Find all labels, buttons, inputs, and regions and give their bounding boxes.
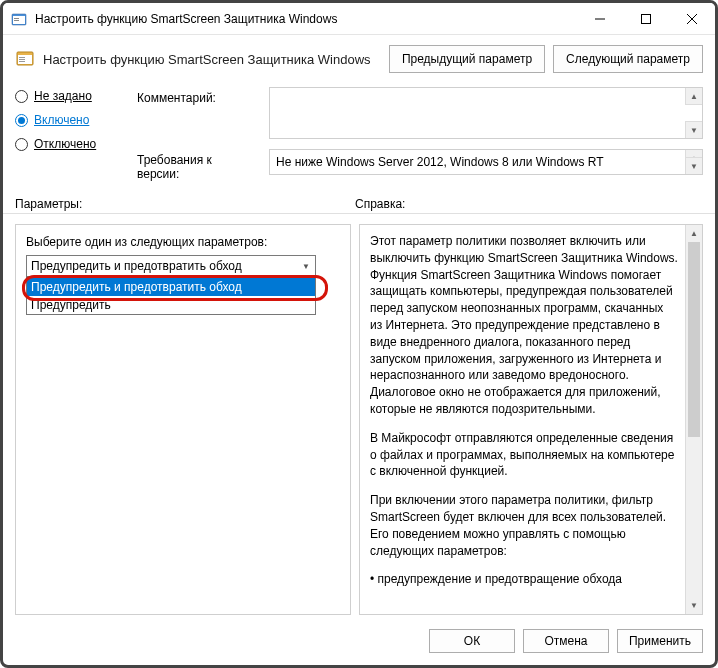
dialog-window: Настроить функцию SmartScreen Защитника … xyxy=(0,0,718,668)
scroll-up-icon[interactable]: ▲ xyxy=(686,225,702,242)
apply-button[interactable]: Применить xyxy=(617,629,703,653)
svg-rect-11 xyxy=(19,59,25,60)
titlebar: Настроить функцию SmartScreen Защитника … xyxy=(3,3,715,35)
scroll-up-icon[interactable]: ▲ xyxy=(685,88,702,105)
state-radio-group: Не задано Включено Отключено xyxy=(15,87,125,181)
options-section-label: Параметры: xyxy=(15,197,355,211)
minimize-button[interactable] xyxy=(577,3,623,35)
chevron-down-icon: ▼ xyxy=(297,256,315,276)
scroll-down-icon[interactable]: ▼ xyxy=(685,157,702,174)
svg-rect-2 xyxy=(14,18,19,19)
header-title: Настроить функцию SmartScreen Защитника … xyxy=(43,52,371,67)
help-paragraph: В Майкрософт отправляются определенные с… xyxy=(370,430,678,480)
combobox-dropdown: Предупредить и предотвратить обход Преду… xyxy=(26,277,316,315)
header-row: Настроить функцию SmartScreen Защитника … xyxy=(3,35,715,83)
next-setting-button[interactable]: Следующий параметр xyxy=(553,45,703,73)
dialog-buttons: ОК Отмена Применить xyxy=(3,621,715,665)
dropdown-item-warn[interactable]: Предупредить xyxy=(27,296,315,314)
requirements-label: Требования к версии: xyxy=(137,149,257,181)
section-labels: Параметры: Справка: xyxy=(3,189,715,214)
ok-button[interactable]: ОК xyxy=(429,629,515,653)
svg-rect-5 xyxy=(642,14,651,23)
radio-not-configured[interactable]: Не задано xyxy=(15,89,125,103)
cancel-button[interactable]: Отмена xyxy=(523,629,609,653)
window-title: Настроить функцию SmartScreen Защитника … xyxy=(35,12,337,26)
options-combobox[interactable]: Предупредить и предотвратить обход ▼ Пре… xyxy=(26,255,316,277)
requirements-row: Требования к версии: Не ниже Windows Ser… xyxy=(137,149,703,181)
help-paragraph: При включении этого параметра политики, … xyxy=(370,492,678,559)
maximize-button[interactable] xyxy=(623,3,669,35)
options-pane: Выберите один из следующих параметров: П… xyxy=(15,224,351,615)
dropdown-item-warn-prevent[interactable]: Предупредить и предотвратить обход xyxy=(27,278,315,296)
radio-label: Не задано xyxy=(34,89,92,103)
radio-label: Включено xyxy=(34,113,89,127)
comment-row: Комментарий: ▲ ▼ xyxy=(137,87,703,139)
radio-disabled[interactable]: Отключено xyxy=(15,137,125,151)
requirements-value: Не ниже Windows Server 2012, Windows 8 и… xyxy=(276,155,604,169)
close-button[interactable] xyxy=(669,3,715,35)
window-controls xyxy=(577,3,715,35)
previous-setting-button[interactable]: Предыдущий параметр xyxy=(389,45,545,73)
help-section-label: Справка: xyxy=(355,197,703,211)
svg-rect-12 xyxy=(19,61,25,62)
combobox-value: Предупредить и предотвратить обход xyxy=(27,259,297,273)
options-prompt: Выберите один из следующих параметров: xyxy=(26,235,340,249)
scroll-down-icon[interactable]: ▼ xyxy=(685,121,702,138)
svg-rect-3 xyxy=(14,20,19,21)
config-top: Не задано Включено Отключено Комментарий… xyxy=(3,83,715,189)
fields-column: Комментарий: ▲ ▼ Требования к версии: Не… xyxy=(137,87,703,181)
comment-label: Комментарий: xyxy=(137,87,257,105)
policy-icon xyxy=(15,49,35,69)
help-paragraph: Этот параметр политики позволяет включит… xyxy=(370,233,678,418)
help-scrollbar[interactable]: ▲ ▼ xyxy=(685,225,702,614)
scrollbar-thumb[interactable] xyxy=(688,242,700,437)
help-paragraph: • предупреждение и предотвращение обхода xyxy=(370,571,678,588)
radio-label: Отключено xyxy=(34,137,96,151)
scrollbar-track[interactable] xyxy=(686,242,702,597)
app-icon xyxy=(11,11,27,27)
panes: Выберите один из следующих параметров: П… xyxy=(3,214,715,621)
help-text: Этот параметр политики позволяет включит… xyxy=(370,233,696,606)
help-pane: Этот параметр политики позволяет включит… xyxy=(359,224,703,615)
svg-rect-10 xyxy=(19,57,25,58)
scroll-down-icon[interactable]: ▼ xyxy=(686,597,702,614)
requirements-field: Не ниже Windows Server 2012, Windows 8 и… xyxy=(269,149,703,175)
comment-textarea[interactable]: ▲ ▼ xyxy=(269,87,703,139)
radio-enabled[interactable]: Включено xyxy=(15,113,125,127)
